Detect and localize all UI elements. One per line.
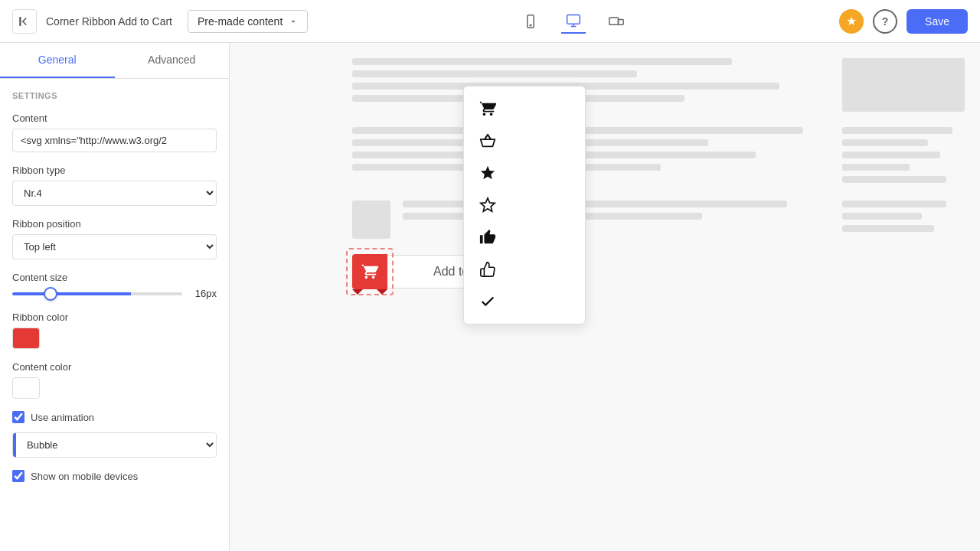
back-button[interactable] <box>12 9 37 34</box>
ribbon-fold-right <box>377 289 387 295</box>
ribbon-position-select[interactable]: Top left <box>12 234 217 259</box>
svg-rect-3 <box>567 15 580 24</box>
dropdown-label: Pre-made content <box>198 15 283 28</box>
dropdown-item-star-filled[interactable] <box>464 157 585 189</box>
svg-point-2 <box>530 24 531 26</box>
dropdown-item-thumbs-up-outline[interactable] <box>464 253 585 285</box>
show-mobile-label[interactable]: Show on mobile devices <box>31 471 138 482</box>
animation-type-select[interactable]: Bubble <box>16 433 216 457</box>
use-animation-checkbox[interactable] <box>12 411 24 423</box>
desktop-icon[interactable] <box>561 9 586 34</box>
use-animation-label[interactable]: Use animation <box>31 412 94 423</box>
svg-rect-0 <box>19 17 21 26</box>
tab-general[interactable]: General <box>0 43 115 78</box>
topbar-actions: ★ ? Save <box>839 9 968 34</box>
content-label: Content <box>12 112 217 124</box>
content-color-label: Content color <box>12 361 217 373</box>
ribbon-type-label: Ribbon type <box>12 165 217 176</box>
save-button[interactable]: Save <box>906 9 968 34</box>
ribbon-block <box>352 254 387 289</box>
content-color-row <box>12 377 217 399</box>
ribbon-position-group: Ribbon position Top left <box>12 218 217 259</box>
dropdown-item-thumbs-up-filled[interactable] <box>464 221 585 253</box>
ribbon-fold <box>352 289 363 295</box>
show-mobile-row: Show on mobile devices <box>12 470 217 482</box>
ribbon-color-swatch[interactable] <box>12 328 40 349</box>
svg-rect-5 <box>609 18 619 24</box>
content-size-group: Content size 16px <box>12 272 217 299</box>
dropdown-item-basket[interactable] <box>464 125 585 157</box>
use-animation-row: Use animation <box>12 411 217 423</box>
settings-heading: SETTINGS <box>12 91 217 100</box>
svg-rect-6 <box>619 19 624 24</box>
add-to-cart-area: Add to cart <box>352 254 965 289</box>
content-size-slider-row: 16px <box>12 288 217 299</box>
responsive-icon[interactable] <box>604 9 629 34</box>
content-size-label: Content size <box>12 272 217 283</box>
ribbon-type-group: Ribbon type Nr.4 <box>12 165 217 206</box>
premade-content-dropdown[interactable]: Pre-made content <box>188 10 308 33</box>
content-size-value: 16px <box>190 288 217 299</box>
main-layout: General Advanced SETTINGS Content Ribbon… <box>0 43 980 551</box>
dropdown-item-cart[interactable] <box>464 93 585 125</box>
topbar: Corner Ribbon Add to Cart Pre-made conte… <box>0 0 980 43</box>
content-color-swatch[interactable] <box>12 377 40 399</box>
sidebar-content: SETTINGS Content Ribbon type Nr.4 Ribbon… <box>0 79 229 504</box>
page-title: Corner Ribbon Add to Cart <box>46 15 172 28</box>
show-mobile-checkbox[interactable] <box>12 470 24 482</box>
ribbon-type-select[interactable]: Nr.4 <box>12 181 217 206</box>
content-field-group: Content <box>12 112 217 152</box>
content-size-slider[interactable] <box>12 292 182 295</box>
dropdown-item-star-outline[interactable] <box>464 189 585 221</box>
content-color-group: Content color <box>12 361 217 399</box>
mobile-icon[interactable] <box>518 9 543 34</box>
dropdown-item-checkmark[interactable] <box>464 285 585 318</box>
ribbon-container <box>352 254 387 289</box>
preview-area: Add to cart <box>230 43 980 551</box>
help-button[interactable]: ? <box>873 9 897 34</box>
premade-content-menu <box>463 86 586 324</box>
ribbon-color-row <box>12 328 217 349</box>
star-badge[interactable]: ★ <box>839 9 864 34</box>
mock-content: Add to cart <box>352 58 965 289</box>
animation-type-row: Bubble <box>12 432 217 458</box>
ribbon-color-group: Ribbon color <box>12 311 217 349</box>
sidebar: General Advanced SETTINGS Content Ribbon… <box>0 43 230 551</box>
tab-advanced[interactable]: Advanced <box>115 43 230 78</box>
ribbon-color-label: Ribbon color <box>12 311 217 323</box>
device-switcher <box>317 9 830 34</box>
content-input[interactable] <box>12 129 217 152</box>
sidebar-tabs: General Advanced <box>0 43 229 79</box>
ribbon-position-label: Ribbon position <box>12 218 217 230</box>
